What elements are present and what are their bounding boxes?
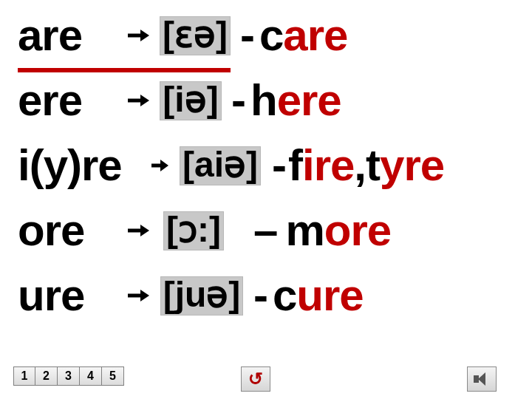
arrow-right-icon <box>125 289 151 302</box>
page-button-4[interactable]: 4 <box>80 366 102 386</box>
pattern-text: ure <box>18 273 125 318</box>
page-button-1[interactable]: 1 <box>13 366 35 386</box>
page-button-3[interactable]: 3 <box>58 366 80 386</box>
rule-row: ere [iə] - here <box>18 69 525 132</box>
example-text: here <box>250 78 341 123</box>
example-text: more <box>285 208 391 253</box>
pattern-text: are <box>18 13 125 58</box>
rule-row: ure [juə] - cure <box>18 265 525 327</box>
ipa-text: [aiə] <box>180 146 261 185</box>
separator: - <box>272 143 288 188</box>
example-text: cure <box>273 273 364 318</box>
pattern-text: ere <box>18 78 125 123</box>
page-button-5[interactable]: 5 <box>102 366 124 386</box>
arrow-right-icon <box>125 29 151 42</box>
ipa-text: [ɛə] <box>160 16 231 55</box>
svg-marker-1 <box>140 30 149 41</box>
separator: - <box>239 13 259 58</box>
ipa-text: [juə] <box>160 276 244 316</box>
speaker-icon <box>474 372 490 386</box>
svg-marker-5 <box>160 160 168 171</box>
pattern-text: ore <box>18 208 125 253</box>
ipa-text: [iə] <box>160 81 221 120</box>
svg-marker-7 <box>140 225 149 236</box>
page-number-bar: 1 2 3 4 5 <box>13 366 124 386</box>
rule-row: i(y)re [aiə] - fire,tyre <box>18 134 525 197</box>
back-uturn-icon: ↻ <box>248 369 263 389</box>
arrow-right-icon <box>125 224 151 237</box>
rule-row: are [ɛə] - care <box>18 4 525 66</box>
sound-button[interactable] <box>467 366 497 392</box>
svg-marker-9 <box>140 290 149 301</box>
pattern-text: i(y)re <box>18 143 151 188</box>
example-text: fire,tyre <box>288 143 444 188</box>
svg-marker-3 <box>140 95 149 106</box>
page-button-2[interactable]: 2 <box>35 366 58 386</box>
back-button[interactable]: ↻ <box>241 366 270 392</box>
separator: - <box>252 273 273 318</box>
ipa-text: [ɔ:] <box>163 211 224 250</box>
arrow-right-icon <box>125 94 151 107</box>
separator: – <box>236 208 285 253</box>
separator: - <box>230 78 250 123</box>
example-text: care <box>259 13 347 58</box>
rule-row: ore [ɔ:] – more <box>18 200 525 262</box>
